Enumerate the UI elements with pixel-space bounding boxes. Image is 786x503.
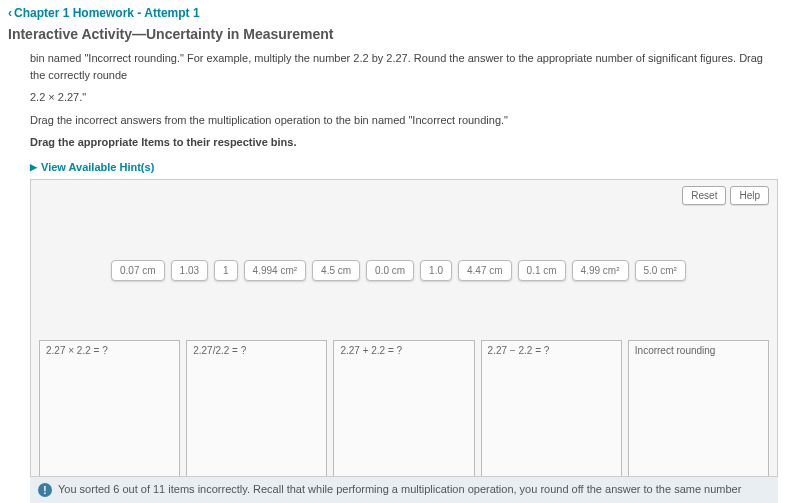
instructions-block: bin named "Incorrect rounding." For exam… xyxy=(0,50,786,151)
draggable-chip[interactable]: 0.0 cm xyxy=(366,260,414,281)
feedback-banner: ! You sorted 6 out of 11 items incorrect… xyxy=(30,476,778,503)
instruction-line: 2.2 × 2.27." xyxy=(30,89,778,106)
draggable-pool: 0.07 cm 1.03 1 4.994 cm² 4.5 cm 0.0 cm 1… xyxy=(111,260,757,281)
top-buttons: Reset Help xyxy=(682,186,769,205)
draggable-chip[interactable]: 1 xyxy=(214,260,238,281)
draggable-chip[interactable]: 4.99 cm² xyxy=(572,260,629,281)
draggable-chip[interactable]: 1.03 xyxy=(171,260,208,281)
draggable-chip[interactable]: 5.0 cm² xyxy=(635,260,686,281)
draggable-chip[interactable]: 0.07 cm xyxy=(111,260,165,281)
view-hints-toggle[interactable]: ▶ View Available Hint(s) xyxy=(0,157,786,179)
page-title: Interactive Activity—Uncertainty in Meas… xyxy=(0,22,786,50)
draggable-chip[interactable]: 0.1 cm xyxy=(518,260,566,281)
help-button[interactable]: Help xyxy=(730,186,769,205)
hints-label: View Available Hint(s) xyxy=(41,161,154,173)
breadcrumb-label: Chapter 1 Homework - Attempt 1 xyxy=(14,6,200,20)
triangle-right-icon: ▶ xyxy=(30,162,37,172)
draggable-chip[interactable]: 4.47 cm xyxy=(458,260,512,281)
drop-bin[interactable]: 2.27/2.2 = ? xyxy=(186,340,327,480)
instruction-line: bin named "Incorrect rounding." For exam… xyxy=(30,50,778,83)
drop-bin[interactable]: 2.27 × 2.2 = ? xyxy=(39,340,180,480)
reset-button[interactable]: Reset xyxy=(682,186,726,205)
drop-bin[interactable]: 2.27 + 2.2 = ? xyxy=(333,340,474,480)
bins-row: 2.27 × 2.2 = ? 2.27/2.2 = ? 2.27 + 2.2 =… xyxy=(39,340,769,480)
drop-bin[interactable]: Incorrect rounding xyxy=(628,340,769,480)
draggable-chip[interactable]: 1.0 xyxy=(420,260,452,281)
drop-bin[interactable]: 2.27 − 2.2 = ? xyxy=(481,340,622,480)
feedback-text: You sorted 6 out of 11 items incorrectly… xyxy=(58,483,741,495)
activity-frame: Reset Help 0.07 cm 1.03 1 4.994 cm² 4.5 … xyxy=(30,179,778,489)
instruction-line-bold: Drag the appropriate Items to their resp… xyxy=(30,134,778,151)
instruction-line: Drag the incorrect answers from the mult… xyxy=(30,112,778,129)
draggable-chip[interactable]: 4.994 cm² xyxy=(244,260,306,281)
chevron-left-icon: ‹ xyxy=(8,6,12,20)
info-icon: ! xyxy=(38,483,52,497)
draggable-chip[interactable]: 4.5 cm xyxy=(312,260,360,281)
breadcrumb-back[interactable]: ‹ Chapter 1 Homework - Attempt 1 xyxy=(0,0,786,22)
